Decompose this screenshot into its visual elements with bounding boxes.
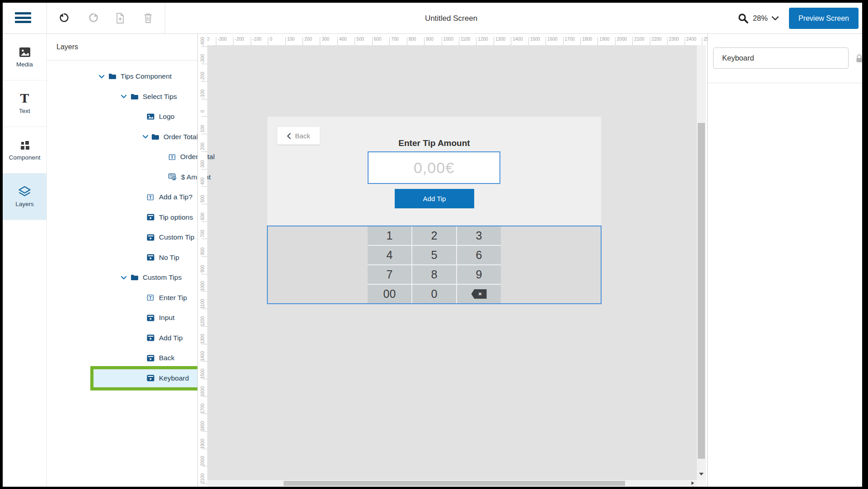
ruler-label: 2300 bbox=[669, 37, 679, 42]
chevron-down-icon[interactable] bbox=[120, 94, 127, 99]
chevron-down-icon[interactable] bbox=[142, 135, 149, 139]
layer-row-order-total[interactable]: Order Total bbox=[47, 127, 197, 147]
ruler-label: 1800 bbox=[198, 418, 207, 434]
layer-row-amount[interactable]: $$ Amount bbox=[47, 167, 197, 188]
ruler-label: 1400 bbox=[198, 348, 207, 364]
backspace-key[interactable]: ✕ bbox=[457, 285, 501, 303]
sidebar-item-layers[interactable]: Layers bbox=[3, 174, 47, 220]
scroll-down-arrow-icon[interactable] bbox=[699, 473, 704, 475]
layer-row-custom-tips[interactable]: Custom Tips bbox=[47, 268, 197, 288]
key-label: 1 bbox=[387, 229, 393, 242]
key-9[interactable]: 9 bbox=[457, 265, 501, 284]
key-5[interactable]: 5 bbox=[412, 246, 456, 264]
keyboard-selection-region[interactable]: 123456789000✕ bbox=[267, 226, 602, 304]
design-canvas[interactable]: Back Enter Tip Amount 0,00€ Add Tip 1234… bbox=[207, 45, 697, 480]
layer-label: Back bbox=[159, 354, 174, 362]
ruler-label: 1900 bbox=[599, 37, 609, 42]
ruler-tick bbox=[667, 37, 667, 45]
chevron-down-icon[interactable] bbox=[98, 75, 105, 79]
ruler-label: 1900 bbox=[198, 436, 207, 451]
menu-button[interactable] bbox=[15, 12, 31, 23]
layer-row-logo[interactable]: Logo bbox=[47, 107, 197, 127]
ruler-label: 1200 bbox=[478, 37, 488, 42]
new-page-icon bbox=[116, 13, 125, 24]
ruler-tick bbox=[511, 37, 511, 45]
ruler-label: 700 bbox=[391, 37, 399, 42]
vertical-ruler: -400-300-200-100010020030040050060070080… bbox=[197, 34, 207, 487]
layer-row-add-a-tip[interactable]: TAdd a Tip? bbox=[47, 187, 197, 207]
ruler-tick bbox=[285, 37, 286, 45]
tip-input-placeholder: 0,00€ bbox=[414, 159, 454, 177]
delete-button[interactable] bbox=[141, 12, 155, 24]
layer-label: Add Tip bbox=[159, 334, 183, 342]
ruler-label: 400 bbox=[339, 37, 347, 42]
zoom-search-icon[interactable] bbox=[737, 13, 749, 24]
vertical-scrollbar[interactable] bbox=[697, 45, 706, 480]
layer-row-tip-options[interactable]: Tip options bbox=[47, 207, 197, 228]
layer-row-select-tips[interactable]: Select Tips bbox=[47, 87, 197, 107]
lock-icon[interactable] bbox=[855, 54, 862, 63]
scroll-right-arrow-icon[interactable] bbox=[691, 481, 694, 485]
ruler-tick bbox=[389, 37, 390, 45]
trash-icon bbox=[144, 13, 153, 24]
component-layer-icon bbox=[146, 315, 154, 321]
preview-screen-button[interactable]: Preview Screen bbox=[789, 8, 859, 29]
layer-row-enter-tip[interactable]: TEnter Tip bbox=[47, 288, 197, 308]
key-label: 00 bbox=[383, 287, 396, 301]
ruler-tick bbox=[337, 37, 338, 45]
sidebar-item-component[interactable]: Component bbox=[3, 127, 47, 174]
ruler-tick bbox=[597, 37, 598, 45]
key-2[interactable]: 2 bbox=[412, 226, 456, 245]
horizontal-scrollbar[interactable] bbox=[207, 480, 697, 487]
layer-row-input[interactable]: Input bbox=[47, 308, 197, 328]
ruler-label: 1700 bbox=[565, 37, 575, 42]
horizontal-scrollbar-thumb[interactable] bbox=[284, 481, 625, 486]
zoom-level[interactable]: 28% bbox=[753, 14, 768, 23]
layer-label: Custom Tips bbox=[143, 273, 182, 282]
ruler-label: 500 bbox=[356, 37, 364, 42]
key-3[interactable]: 3 bbox=[457, 226, 501, 245]
svg-text:T: T bbox=[149, 195, 152, 200]
layer-row-back[interactable]: Back bbox=[47, 348, 197, 368]
layer-row-custom-tip[interactable]: Custom Tip bbox=[47, 227, 197, 248]
add-tip-button[interactable]: Add Tip bbox=[395, 189, 474, 208]
key-label: 4 bbox=[387, 249, 393, 262]
key-6[interactable]: 6 bbox=[457, 246, 501, 264]
sidebar-item-text[interactable]: TText bbox=[3, 80, 47, 127]
layers-panel-title: Layers bbox=[47, 34, 197, 61]
ruler-tick bbox=[685, 37, 685, 45]
layer-row-add-tip[interactable]: Add Tip bbox=[47, 328, 197, 348]
layer-row-order-total[interactable]: TOrder Total bbox=[47, 147, 197, 167]
redo-button[interactable] bbox=[87, 12, 100, 24]
toolbar-divider bbox=[165, 3, 165, 33]
undo-button[interactable] bbox=[57, 12, 71, 24]
media-icon bbox=[19, 46, 31, 58]
key-8[interactable]: 8 bbox=[412, 265, 456, 284]
key-0[interactable]: 0 bbox=[412, 285, 456, 303]
key-7[interactable]: 7 bbox=[368, 265, 411, 284]
key-4[interactable]: 4 bbox=[368, 246, 411, 264]
vertical-scrollbar-thumb[interactable] bbox=[698, 123, 705, 459]
tip-amount-input[interactable]: 0,00€ bbox=[368, 151, 500, 184]
duplicate-page-button[interactable] bbox=[113, 12, 127, 24]
layer-row-tips-component[interactable]: Tips Component bbox=[47, 66, 197, 87]
key-1[interactable]: 1 bbox=[368, 226, 411, 245]
menu-bar bbox=[15, 12, 31, 14]
ruler-label: 0 bbox=[270, 37, 272, 42]
layer-row-keyboard[interactable]: Keyboard bbox=[47, 368, 197, 389]
zoom-chevron-down-icon[interactable] bbox=[771, 16, 779, 21]
ruler-tick bbox=[268, 37, 268, 45]
component-icon bbox=[19, 139, 30, 151]
key-label: 2 bbox=[431, 229, 438, 242]
chevron-down-icon[interactable] bbox=[120, 276, 127, 280]
ruler-tick bbox=[650, 37, 650, 45]
layer-row-no-tip[interactable]: No Tip bbox=[47, 248, 197, 268]
key-00[interactable]: 00 bbox=[368, 285, 411, 303]
panel-divider bbox=[708, 83, 862, 83]
ruler-label: 2200 bbox=[652, 37, 662, 42]
ruler-label: -300 bbox=[218, 37, 227, 42]
layer-name-input[interactable] bbox=[713, 47, 849, 69]
ruler-label: 2400 bbox=[686, 37, 696, 42]
ruler-label: 0 bbox=[198, 103, 207, 119]
sidebar-item-media[interactable]: Media bbox=[3, 34, 47, 80]
